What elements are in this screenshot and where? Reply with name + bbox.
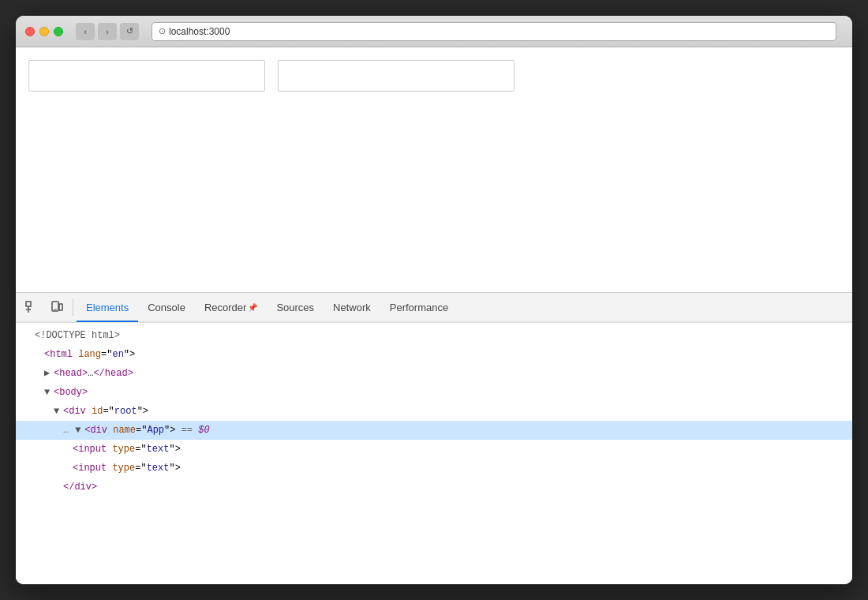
traffic-lights [25,27,63,36]
dom-div-root-line[interactable]: ▼ <div id="root"> [16,402,852,421]
browser-window: ‹ › ↺ ⊙ localhost:3000 [16,16,852,584]
dom-head-line[interactable]: ▶ <head>…</head> [16,364,852,383]
back-button[interactable]: ‹ [76,23,95,40]
second-input[interactable] [278,60,514,92]
devtools-dom-content[interactable]: <!DOCTYPE html> <html lang="en"> ▶ <head… [16,323,852,584]
first-input[interactable] [28,60,265,92]
browser-content [16,47,852,292]
dom-doctype-line: <!DOCTYPE html> [16,326,852,345]
div-app-expand-arrow[interactable]: ▼ [75,422,84,438]
tab-performance[interactable]: Performance [380,294,458,322]
head-expand-arrow[interactable]: ▶ [44,366,54,381]
tab-sources[interactable]: Sources [267,294,324,322]
dom-ellipsis: … [63,422,69,438]
dom-input2-line[interactable]: <input type="text"> [16,459,852,478]
dom-body-line[interactable]: ▼ <body> [16,383,852,402]
toolbar-divider [73,298,73,316]
forward-button[interactable]: › [98,23,117,40]
address-text: localhost:3000 [169,26,230,37]
nav-buttons: ‹ › ↺ [76,23,139,40]
tab-network[interactable]: Network [324,294,380,322]
dom-html-line[interactable]: <html lang="en"> [16,345,852,364]
dom-div-app-line[interactable]: … ▼ <div name="App"> == $0 [16,421,852,440]
recorder-pin-icon: 📌 [248,303,257,312]
address-bar[interactable]: ⊙ localhost:3000 [152,22,836,41]
tab-elements[interactable]: Elements [77,294,138,322]
dom-div-close-line: </div> [16,478,852,497]
browser-topbar: ‹ › ↺ ⊙ localhost:3000 [16,16,852,47]
devtools-toolbar: Elements Console Recorder 📌 Sources Netw… [16,293,852,323]
svg-rect-4 [59,304,62,310]
tab-console[interactable]: Console [138,294,195,322]
inspect-element-button[interactable] [19,294,44,320]
div-root-expand-arrow[interactable]: ▼ [54,403,63,419]
maximize-button[interactable] [54,27,63,36]
body-expand-arrow[interactable]: ▼ [44,384,54,400]
svg-rect-0 [26,302,31,306]
dom-input1-line[interactable]: <input type="text"> [16,440,852,459]
lock-icon: ⊙ [159,26,166,36]
device-toolbar-button[interactable] [44,294,69,320]
devtools-panel: Elements Console Recorder 📌 Sources Netw… [16,292,852,584]
close-button[interactable] [25,27,35,36]
refresh-button[interactable]: ↺ [120,23,139,40]
minimize-button[interactable] [39,27,49,36]
tab-recorder[interactable]: Recorder 📌 [195,294,267,322]
